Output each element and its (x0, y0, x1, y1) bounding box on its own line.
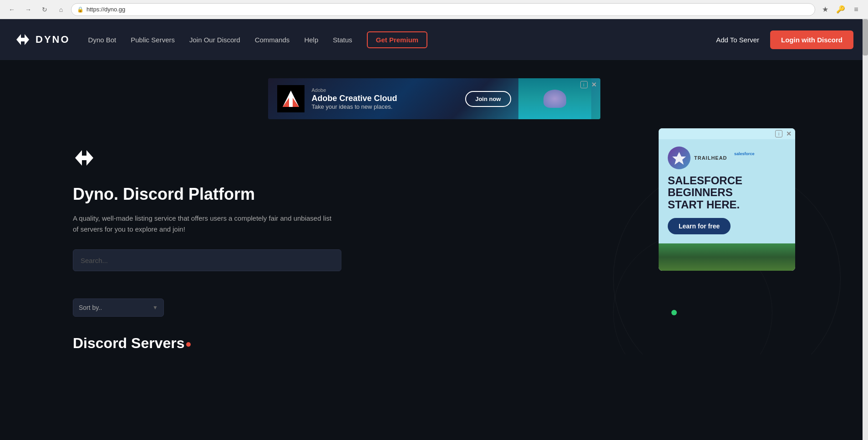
url-text: https://dyno.gg (86, 6, 125, 13)
salesforce-brand-text: salesforce (734, 152, 755, 156)
get-premium-button[interactable]: Get Premium (367, 31, 427, 48)
logo-area: DYNO (15, 31, 70, 48)
nav-dyno-bot[interactable]: Dyno Bot (88, 36, 117, 44)
right-ad: i ✕ (659, 128, 795, 271)
browser-chrome: ← → ↻ ⌂ 🔒 https://dyno.gg ★ 🔑 ≡ (0, 0, 868, 19)
nav-status[interactable]: Status (333, 36, 352, 44)
hero-dyno-icon (73, 147, 96, 169)
add-to-server-button[interactable]: Add To Server (716, 36, 759, 44)
ad-subline: Take your ideas to new places. (312, 103, 458, 110)
ad-headline: Adobe Creative Cloud (312, 94, 458, 103)
content-wrapper: Dyno. Discord Platform A quality, well-m… (73, 119, 795, 352)
sort-dropdown[interactable]: Sort by.. ▼ (73, 298, 164, 317)
site-header: DYNO Dyno Bot Public Servers Join Our Di… (0, 19, 868, 60)
ad-join-button[interactable]: Join now (465, 91, 511, 107)
jellyfish-body (543, 90, 566, 108)
nav-links: Dyno Bot Public Servers Join Our Discord… (88, 31, 716, 48)
address-bar[interactable]: 🔒 https://dyno.gg (71, 3, 815, 16)
right-ad-info-icon[interactable]: i (775, 130, 782, 137)
salesforce-brand-area: TRAILHEAD salesforce (694, 155, 727, 161)
right-ad-close-button[interactable]: ✕ (786, 130, 792, 137)
right-ad-headline: SALESFORCE BEGINNERS START HERE. (668, 175, 786, 211)
svg-marker-4 (75, 150, 93, 166)
search-input[interactable] (73, 249, 341, 271)
right-ad-header: i ✕ (659, 128, 795, 139)
right-ad-body: TRAILHEAD salesforce SALESFORCE BEGINNER… (659, 139, 795, 243)
lock-icon: 🔒 (77, 6, 84, 13)
right-ad-bottom-image (659, 243, 795, 271)
ad-text-area: Adobe Adobe Creative Cloud Take your ide… (312, 87, 458, 110)
trailhead-logo (668, 147, 690, 169)
servers-title-dot (186, 342, 191, 347)
browser-actions: ★ 🔑 ≡ (819, 3, 863, 16)
ad-banner-inner: Adobe Adobe Creative Cloud Take your ide… (268, 78, 600, 119)
sort-section: Sort by.. ▼ (73, 298, 795, 317)
hero-description: A quality, well-made listing service tha… (73, 213, 337, 235)
top-ad-banner: Adobe Adobe Creative Cloud Take your ide… (268, 78, 600, 119)
servers-section: Discord Servers (73, 335, 795, 352)
sort-label: Sort by.. (79, 304, 102, 311)
nav-right: Add To Server Login with Discord (716, 30, 853, 49)
right-ad-cta-button[interactable]: Learn for free (668, 218, 731, 234)
salesforce-logo-area: TRAILHEAD salesforce (668, 147, 786, 169)
ad-close-button[interactable]: ✕ (591, 81, 597, 88)
scrollbar-track[interactable] (863, 19, 868, 440)
logo-text: DYNO (36, 34, 70, 46)
ad-brand: Adobe (312, 87, 458, 93)
scrollbar-thumb[interactable] (863, 19, 868, 56)
nav-join-discord[interactable]: Join Our Discord (189, 36, 240, 44)
back-button[interactable]: ← (5, 3, 18, 16)
pocket-button[interactable]: 🔑 (834, 3, 847, 16)
main-content: Adobe Adobe Creative Cloud Take your ide… (0, 60, 868, 354)
reload-button[interactable]: ↻ (38, 3, 51, 16)
nav-commands[interactable]: Commands (255, 36, 290, 44)
chevron-down-icon: ▼ (152, 304, 158, 311)
login-with-discord-button[interactable]: Login with Discord (770, 30, 853, 49)
dyno-logo-icon (15, 31, 31, 48)
nav-public-servers[interactable]: Public Servers (131, 36, 175, 44)
servers-title: Discord Servers (73, 335, 795, 352)
ad-info-icon[interactable]: i (580, 81, 588, 88)
green-status-dot (671, 310, 677, 315)
svg-marker-0 (16, 34, 29, 45)
adobe-logo (277, 85, 305, 112)
nav-help[interactable]: Help (304, 36, 318, 44)
forward-button[interactable]: → (22, 3, 35, 16)
bookmark-button[interactable]: ★ (819, 3, 832, 16)
trailhead-label: TRAILHEAD (694, 155, 727, 161)
home-button[interactable]: ⌂ (55, 3, 67, 16)
menu-button[interactable]: ≡ (850, 3, 863, 16)
